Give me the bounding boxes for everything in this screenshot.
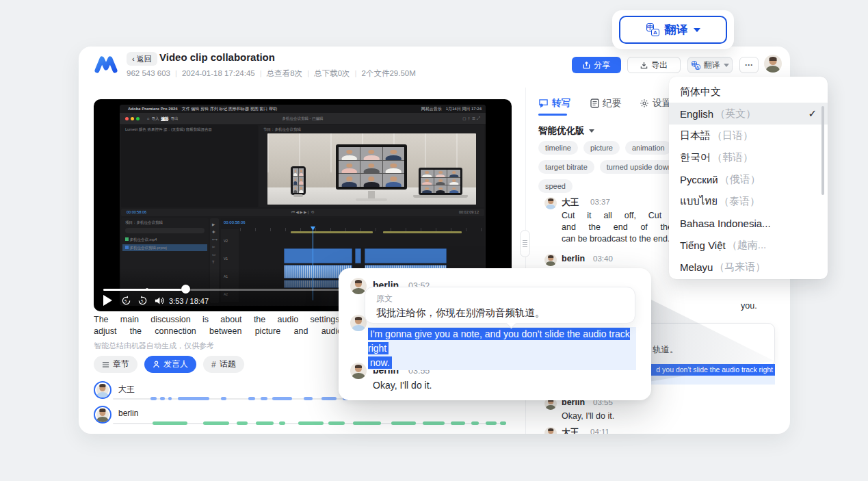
conference-tile	[421, 185, 434, 193]
speech-segment[interactable]	[168, 397, 172, 400]
rewind-15-button[interactable]: 5	[121, 296, 131, 306]
speech-segment[interactable]	[153, 421, 188, 425]
speaker-name: berlin	[118, 408, 138, 418]
chapter-marker	[146, 288, 148, 291]
optimize-version-dropdown[interactable]: 智能优化版	[538, 125, 594, 137]
language-option[interactable]: 日本語（日语）	[669, 125, 828, 146]
message-author: 大王	[562, 427, 579, 434]
tag-chip[interactable]: animation	[625, 141, 672, 155]
language-option[interactable]: Tiếng Việt（越南...	[669, 234, 828, 256]
video-time: 3:53 / 18:47	[169, 297, 209, 305]
language-option[interactable]: Melayu（马来语）	[669, 256, 828, 278]
speech-segment[interactable]	[221, 397, 226, 400]
macos-menubar: Adobe Premiere Pro 2024 文件 编辑 剪辑 序列 标记 图…	[120, 105, 486, 113]
track-label: V1	[224, 257, 228, 261]
tag-chip[interactable]: timeline	[538, 141, 578, 155]
program-panel: 节目：多机位会议剪辑	[259, 125, 484, 207]
language-option[interactable]: 简体中文	[669, 81, 828, 103]
speech-segment[interactable]	[328, 421, 345, 425]
track-label: V2	[224, 239, 228, 243]
premiere-titlebar: ⌂ 导入 编辑 导出 多机位会议剪辑 - 已编辑 ▢ ⭱ ☰ ⤢	[120, 113, 486, 124]
language-label: แบบไทย	[680, 193, 718, 209]
chapters-button[interactable]: 章节	[94, 356, 137, 373]
play-button[interactable]	[103, 295, 112, 306]
speech-segment[interactable]	[486, 421, 497, 425]
meta-id: 962 543 603	[127, 69, 170, 77]
speech-segment[interactable]	[451, 421, 465, 425]
speech-segment[interactable]	[423, 421, 445, 425]
speech-segment[interactable]	[237, 421, 248, 425]
speakers-button[interactable]: 发言人	[144, 356, 196, 373]
export-button[interactable]: 导出	[627, 57, 681, 73]
translate-toolbar-button[interactable]: 中A 翻译	[687, 57, 733, 73]
language-label: 简体中文	[680, 86, 721, 99]
language-option[interactable]: Русский（俄语）	[669, 168, 828, 190]
speech-segment[interactable]	[261, 397, 267, 400]
speech-segment[interactable]	[500, 421, 506, 425]
app-logo-icon	[94, 54, 118, 75]
conference-tile	[434, 185, 447, 193]
speech-segment[interactable]	[272, 397, 292, 400]
language-label: 日本語	[680, 129, 711, 142]
speech-segment[interactable]	[298, 421, 324, 425]
speech-segment[interactable]	[279, 421, 285, 425]
language-option[interactable]: Bahasa Indonesia...	[669, 212, 828, 234]
more-button[interactable]: ···	[739, 57, 759, 73]
speaker-avatar-daiwang[interactable]	[94, 381, 111, 399]
svg-text:5: 5	[124, 298, 127, 303]
speech-segment[interactable]	[150, 397, 157, 400]
speech-segment[interactable]	[203, 421, 229, 425]
language-option[interactable]: 한국어（韩语）	[669, 146, 828, 168]
message-text[interactable]: Okay, I'll do it.	[562, 411, 614, 421]
highlight-line-1[interactable]: I'm gonna give you a note, and you don't…	[368, 328, 630, 354]
message-avatar	[350, 278, 367, 294]
speaker-track-berlin[interactable]	[113, 423, 506, 424]
message-time[interactable]: 03:40	[593, 255, 613, 263]
meta-datetime: 2024-01-18 17:24:45	[182, 69, 255, 77]
tab-settings[interactable]: 设置	[640, 97, 671, 109]
translate-button[interactable]: 中A 翻译	[619, 16, 727, 44]
speaker-avatar-berlin[interactable]	[94, 406, 111, 424]
scene-monitor	[336, 144, 407, 190]
conference-tile	[383, 174, 404, 187]
tab-minutes[interactable]: 纪要	[590, 97, 621, 109]
language-option[interactable]: English（英文）✓	[669, 103, 828, 125]
conference-tile	[447, 170, 460, 177]
tag-chip[interactable]: speed	[538, 179, 573, 193]
speech-segment[interactable]	[160, 397, 165, 400]
video-progress-knob[interactable]	[181, 285, 190, 294]
filter-buttons: 章节 发言人 # 话题	[94, 356, 244, 373]
message-text[interactable]: Okay, I'll do it.	[373, 380, 432, 391]
panel-resize-handle[interactable]	[520, 230, 530, 257]
back-button[interactable]: ‹ 返回	[127, 52, 157, 66]
speech-segment[interactable]	[248, 397, 254, 400]
topics-button[interactable]: # 话题	[203, 356, 244, 373]
message-time[interactable]: 03:37	[590, 198, 610, 206]
tag-chip[interactable]: turned upside down	[600, 160, 679, 174]
user-avatar[interactable]	[764, 55, 782, 73]
language-option[interactable]: แบบไทย（泰语）	[669, 190, 828, 212]
dropdown-scrollbar[interactable]	[821, 106, 824, 195]
tag-chip[interactable]: picture	[583, 141, 620, 155]
highlighted-translation[interactable]: I'm gonna give you a note, and you don't…	[368, 327, 636, 370]
speech-segment[interactable]	[304, 397, 313, 400]
tag-chip[interactable]: target bitrate	[538, 160, 594, 174]
language-note: （英文）	[715, 107, 756, 120]
share-button[interactable]: 分享	[572, 57, 621, 73]
highlight-line-2[interactable]: now.	[368, 356, 392, 369]
meta-row: 962 543 603|2024-01-18 17:24:45|总查看8次|总下…	[127, 68, 416, 79]
tab-transcript[interactable]: 转写	[538, 97, 570, 109]
speech-segment[interactable]	[353, 421, 381, 425]
speech-segment[interactable]	[391, 421, 417, 425]
speech-segment[interactable]	[178, 397, 209, 400]
conference-tile	[421, 178, 434, 185]
forward-15-button[interactable]: 5	[137, 296, 148, 306]
meta-downloads: 总下载0次	[314, 69, 350, 77]
message-text-fragment[interactable]: you.	[741, 301, 757, 311]
speech-segment[interactable]	[471, 421, 479, 425]
speech-segment[interactable]	[321, 397, 337, 400]
message-time[interactable]: 04:11	[590, 428, 609, 434]
origin-label: 原文	[376, 293, 393, 304]
volume-icon[interactable]	[154, 296, 164, 306]
speech-segment[interactable]	[256, 421, 274, 425]
